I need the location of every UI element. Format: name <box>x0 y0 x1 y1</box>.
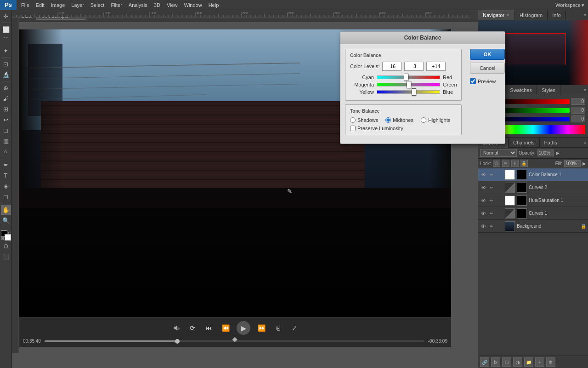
cancel-button[interactable]: Cancel <box>470 63 505 74</box>
b-value-input[interactable] <box>571 115 585 122</box>
layer-edit-icon[interactable]: ✏ <box>488 172 495 178</box>
layer-row-background[interactable]: 👁 ✏ Background 🔒 <box>478 220 588 233</box>
shadows-radio[interactable] <box>350 117 356 123</box>
highlights-radio[interactable] <box>421 117 426 123</box>
tool-crop[interactable]: ⊡ <box>1 59 11 69</box>
b-slider-track[interactable] <box>500 117 570 121</box>
tool-type[interactable]: T <box>1 170 11 180</box>
tool-gradient[interactable]: ▦ <box>1 136 11 146</box>
screen-mode-button[interactable]: ⬛ <box>1 252 11 262</box>
tabs-menu-icon[interactable]: ≡ <box>582 13 588 17</box>
layer-visibility-curves1[interactable]: 👁 <box>480 210 486 217</box>
fill-input[interactable] <box>564 160 581 167</box>
level3-input[interactable] <box>426 62 446 71</box>
preview-checkbox[interactable] <box>470 78 476 84</box>
new-layer-btn[interactable]: + <box>535 357 544 367</box>
tool-pen[interactable]: ✒ <box>1 160 11 170</box>
fullscreen-button[interactable]: ⤢ <box>289 322 300 334</box>
tab-channels[interactable]: Channels <box>509 138 539 148</box>
tool-brush[interactable]: 🖌 <box>1 93 11 104</box>
lock-image-btn[interactable]: ✏ <box>502 160 509 167</box>
layer-edit-curves1[interactable]: ✏ <box>488 210 495 217</box>
tab-navigator[interactable]: Navigator ✕ <box>478 10 515 20</box>
yellow-blue-thumb[interactable] <box>412 88 416 96</box>
menu-view[interactable]: View <box>164 1 181 9</box>
new-group-btn[interactable]: 📁 <box>524 357 533 367</box>
link-layers-btn[interactable]: 🔗 <box>480 357 489 367</box>
opacity-input[interactable] <box>537 150 554 156</box>
preview-checkbox-label[interactable]: Preview <box>470 78 505 84</box>
ok-button[interactable]: OK <box>470 49 505 60</box>
preserve-luminosity-checkbox[interactable] <box>350 126 356 131</box>
background-color[interactable] <box>5 234 11 241</box>
tab-styles[interactable]: Styles <box>537 85 560 95</box>
layer-visibility-curves2[interactable]: 👁 <box>480 184 486 191</box>
layer-visibility-icon[interactable]: 👁 <box>480 172 486 178</box>
tool-hand[interactable]: ✋ <box>1 205 11 215</box>
tool-lasso[interactable]: ⌒ <box>1 35 11 45</box>
layer-edit-curves2[interactable]: ✏ <box>488 184 495 191</box>
tool-spot-heal[interactable]: ⊕ <box>1 83 11 93</box>
tool-marquee[interactable]: ⬜ <box>1 24 11 34</box>
tool-eyedropper[interactable]: 🔬 <box>1 69 11 80</box>
menu-analysis[interactable]: Analysis <box>126 1 150 9</box>
menu-help[interactable]: Help <box>206 1 222 9</box>
layer-row-color-balance-1[interactable]: 👁 ✏ Color Balance 1 <box>478 168 588 181</box>
layers-tabs-menu-icon[interactable]: ≡ <box>582 140 588 145</box>
switch-colors-icon[interactable]: ⇄ <box>8 230 11 235</box>
layer-visibility-bg[interactable]: 👁 <box>480 223 486 230</box>
add-mask-btn[interactable]: ⬡ <box>502 357 511 367</box>
menu-image[interactable]: Image <box>48 1 68 9</box>
lock-all-btn[interactable]: 🔒 <box>520 160 528 167</box>
tool-history-brush[interactable]: ↩ <box>1 115 11 125</box>
g-slider-track[interactable] <box>500 108 570 113</box>
blend-mode-select[interactable]: Normal <box>480 149 517 157</box>
tab-histogram[interactable]: Histogram <box>515 10 548 20</box>
yellow-blue-slider[interactable] <box>377 90 440 94</box>
navigator-close-icon[interactable]: ✕ <box>506 13 510 17</box>
loop-button[interactable]: ⟳ <box>187 322 198 334</box>
cyan-red-slider[interactable] <box>377 75 440 79</box>
menu-select[interactable]: Select <box>88 1 107 9</box>
menu-filter[interactable]: Filter <box>108 1 124 9</box>
level1-input[interactable] <box>382 62 401 71</box>
lock-position-btn[interactable]: ✛ <box>511 160 519 167</box>
volume-button[interactable]: )))) <box>170 322 181 334</box>
add-style-btn[interactable]: fx <box>491 357 500 367</box>
tool-zoom[interactable]: 🔍 <box>1 215 11 225</box>
r-slider-track[interactable] <box>500 99 570 104</box>
tool-magic-wand[interactable]: ✦ <box>1 46 11 56</box>
quick-mask-button[interactable]: ⬡ <box>1 241 11 251</box>
highlights-radio-label[interactable]: Highlights <box>421 117 450 123</box>
r-value-input[interactable] <box>571 98 585 105</box>
layer-row-curves-2[interactable]: 👁 ✏ Curves 2 <box>478 181 588 194</box>
delete-layer-btn[interactable]: 🗑 <box>546 357 555 367</box>
timeline-track[interactable] <box>45 340 424 342</box>
layer-row-hue-saturation[interactable]: 👁 ✏ Hue/Saturation 1 <box>478 194 588 207</box>
magenta-green-slider[interactable] <box>377 83 440 86</box>
menu-file[interactable]: File <box>18 1 32 9</box>
menu-window[interactable]: Window <box>181 1 205 9</box>
fill-expand-icon[interactable]: ▶ <box>582 161 586 166</box>
tab-swatches[interactable]: Swatches <box>505 85 537 95</box>
workspace-button[interactable]: Workspace ▾ <box>555 2 584 8</box>
layer-edit-hue[interactable]: ✏ <box>488 197 495 204</box>
layer-row-curves-1[interactable]: 👁 ✏ Curves 1 <box>478 207 588 220</box>
level2-input[interactable] <box>404 62 424 71</box>
shadows-radio-label[interactable]: Shadows <box>350 117 378 123</box>
tool-dodge[interactable]: ○ <box>1 146 11 156</box>
midtones-radio-label[interactable]: Midtones <box>385 117 413 123</box>
color-tabs-menu-icon[interactable]: ≡ <box>582 88 588 92</box>
layer-edit-bg[interactable]: ✏ <box>488 223 495 230</box>
tab-paths[interactable]: Paths <box>540 138 562 148</box>
lock-transparent-btn[interactable]: ⬡ <box>493 160 500 167</box>
tool-clone-stamp[interactable]: ⊞ <box>1 104 11 114</box>
tab-info[interactable]: Info <box>548 10 565 20</box>
default-colors-icon[interactable]: ⊡ <box>1 236 4 241</box>
new-adjustment-btn[interactable]: ◑ <box>513 357 522 367</box>
preserve-luminosity-label[interactable]: Preserve Luminosity <box>350 126 457 131</box>
rewind-button[interactable]: ⏮ <box>204 322 215 334</box>
tool-move[interactable]: ✛ <box>1 11 11 21</box>
menu-edit[interactable]: Edit <box>33 1 47 9</box>
tool-shape[interactable]: ◻ <box>1 191 11 201</box>
